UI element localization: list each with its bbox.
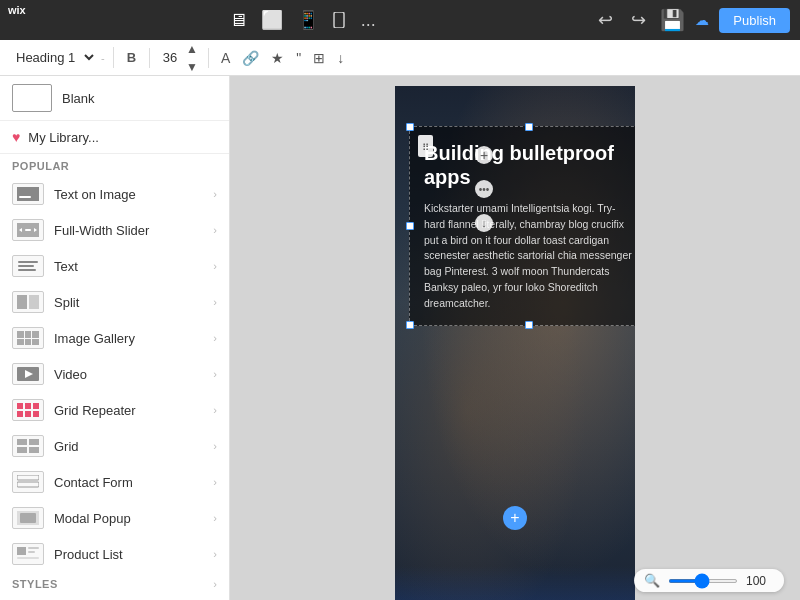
phone-small-device-btn[interactable] [329, 8, 351, 32]
star-btn[interactable]: ★ [267, 48, 288, 68]
sidebar-item-split[interactable]: Split › [0, 284, 229, 320]
sidebar-item-my-library[interactable]: ♥ My Library... [0, 121, 229, 154]
templates-section-row[interactable]: TEMPLATES › [0, 596, 229, 600]
quote-btn[interactable]: " [292, 48, 305, 68]
sidebar-item-contact-form[interactable]: Contact Form › [0, 464, 229, 500]
full-width-slider-icon [12, 219, 44, 241]
split-label: Split [54, 295, 79, 310]
sidebar-items: POPULAR Text on Image › Full-Width Sli [0, 154, 229, 600]
text-color-btn[interactable]: A [217, 48, 234, 68]
contact-form-icon [12, 471, 44, 493]
full-width-slider-chevron: › [213, 224, 217, 236]
svg-rect-7 [18, 261, 38, 263]
content-body: Kickstarter umami Intelligentsia kogi. T… [424, 201, 634, 311]
format-sep-2 [208, 48, 209, 68]
text-label: Text [54, 259, 78, 274]
text-chevron: › [213, 260, 217, 272]
grid-chevron: › [213, 440, 217, 452]
contact-form-label: Contact Form [54, 475, 133, 490]
toolbar-center: 🖥 ⬜ 📱 ... [225, 5, 380, 35]
svg-rect-36 [28, 551, 35, 553]
sidebar-item-blank[interactable]: Blank [0, 76, 229, 121]
video-chevron: › [213, 368, 217, 380]
modal-popup-label: Modal Popup [54, 511, 131, 526]
image-gallery-icon [12, 327, 44, 349]
layout-btn[interactable]: ⊞ [309, 48, 329, 68]
my-library-label: My Library... [28, 130, 99, 145]
publish-btn[interactable]: Publish [719, 8, 790, 33]
format-sep-1 [149, 48, 150, 68]
grid-repeater-left: Grid Repeater [12, 399, 136, 421]
phone-frame: ⠿ Building bulletproof apps Kickstarter … [395, 86, 635, 600]
full-width-slider-left: Full-Width Slider [12, 219, 149, 241]
svg-rect-16 [25, 339, 31, 345]
desktop-device-btn[interactable]: 🖥 [225, 6, 251, 35]
modal-popup-chevron: › [213, 512, 217, 524]
wix-logo: wix [8, 4, 26, 16]
sidebar-item-text[interactable]: Text › [0, 248, 229, 284]
handle-top-left[interactable] [406, 123, 414, 131]
font-size-up-btn[interactable]: ▲ [184, 40, 200, 58]
svg-rect-15 [17, 339, 24, 345]
font-size-display: 36 [158, 50, 182, 65]
svg-rect-4 [25, 229, 31, 231]
grid-left: Grid [12, 435, 79, 457]
video-label: Video [54, 367, 87, 382]
svg-rect-28 [17, 447, 27, 453]
sidebar-item-grid-repeater[interactable]: Grid Repeater › [0, 392, 229, 428]
blank-label: Blank [62, 91, 95, 106]
content-box[interactable]: ⠿ Building bulletproof apps Kickstarter … [409, 126, 635, 326]
product-list-left: Product List [12, 543, 123, 565]
svg-rect-24 [25, 411, 31, 417]
split-left: Split [12, 291, 79, 313]
handle-bottom-center[interactable] [525, 321, 533, 329]
image-gallery-chevron: › [213, 332, 217, 344]
grid-repeater-chevron: › [213, 404, 217, 416]
down-arrow-btn[interactable]: ↓ [333, 48, 348, 68]
phone-device-btn[interactable]: 📱 [293, 5, 323, 35]
drag-handle[interactable]: ⠿ [418, 135, 433, 157]
tablet-device-btn[interactable]: ⬜ [257, 5, 287, 35]
sidebar-item-grid[interactable]: Grid › [0, 428, 229, 464]
handle-bottom-left[interactable] [406, 321, 414, 329]
format-toolbar: Heading 1 Heading 2 Paragraph - B 36 ▲ ▼… [0, 40, 800, 76]
zoom-slider[interactable] [668, 579, 738, 583]
modal-popup-left: Modal Popup [12, 507, 131, 529]
popular-section-header: POPULAR [0, 154, 229, 176]
col-down-btn[interactable]: ↓ [475, 214, 493, 232]
sidebar-item-text-on-image[interactable]: Text on Image › [0, 176, 229, 212]
undo-btn[interactable]: ↩ [594, 5, 617, 35]
col-ellipsis-btn[interactable]: ••• [475, 180, 493, 198]
svg-rect-0 [334, 12, 344, 28]
product-list-chevron: › [213, 548, 217, 560]
svg-rect-20 [17, 403, 23, 409]
svg-rect-1 [17, 187, 39, 201]
redo-btn[interactable]: ↪ [627, 5, 650, 35]
handle-middle-left[interactable] [406, 222, 414, 230]
modal-popup-icon [12, 507, 44, 529]
bold-btn[interactable]: B [122, 48, 141, 67]
handle-top-center[interactable] [525, 123, 533, 131]
sidebar-item-image-gallery[interactable]: Image Gallery › [0, 320, 229, 356]
styles-section-row[interactable]: STYLES › [0, 572, 229, 596]
full-width-slider-label: Full-Width Slider [54, 223, 149, 238]
styles-chevron: › [213, 578, 217, 590]
svg-rect-35 [28, 547, 39, 549]
add-below-btn[interactable]: + [503, 506, 527, 530]
svg-rect-26 [17, 439, 27, 445]
sidebar-item-modal-popup[interactable]: Modal Popup › [0, 500, 229, 536]
sidebar-item-video[interactable]: Video › [0, 356, 229, 392]
heading-style-select[interactable]: Heading 1 Heading 2 Paragraph [8, 47, 97, 68]
font-size-down-btn[interactable]: ▼ [184, 58, 200, 76]
save-btn[interactable]: 💾 [660, 8, 685, 32]
svg-rect-21 [25, 403, 31, 409]
more-btn[interactable]: ... [357, 6, 380, 35]
link-btn[interactable]: 🔗 [238, 48, 263, 68]
styles-section-label: STYLES [12, 578, 58, 590]
image-gallery-label: Image Gallery [54, 331, 135, 346]
add-column-btn[interactable]: + [475, 146, 493, 164]
sidebar-item-full-width-slider[interactable]: Full-Width Slider › [0, 212, 229, 248]
sidebar-item-product-list[interactable]: Product List › [0, 536, 229, 572]
blank-thumbnail [12, 84, 52, 112]
grid-icon [12, 435, 44, 457]
